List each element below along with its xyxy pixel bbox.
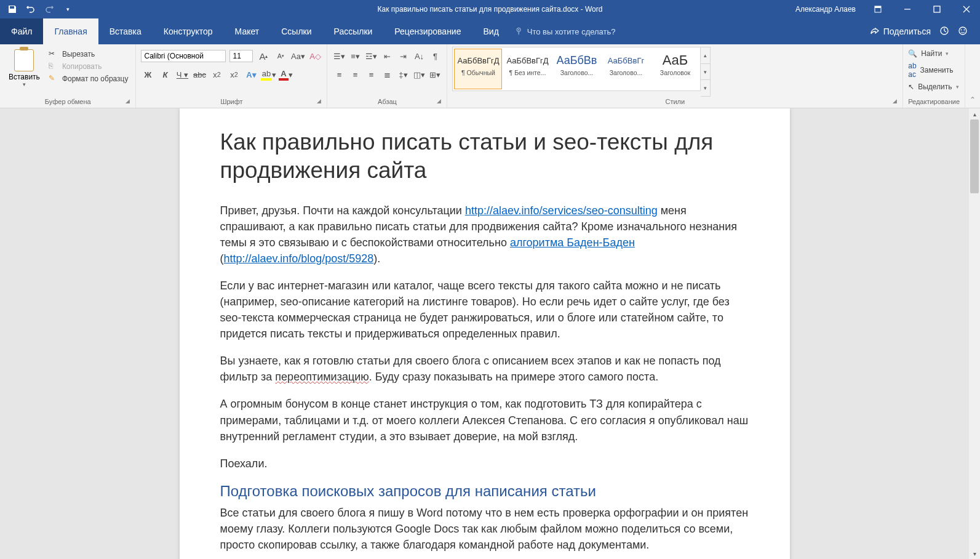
scroll-up-icon[interactable]: ▴	[969, 108, 980, 119]
numbering-button[interactable]: ≡▾	[348, 49, 362, 63]
strike-button[interactable]: abc	[193, 68, 206, 81]
group-paragraph: ☰▾ ≡▾ ☲▾ ⇤ ⇥ A↓ ¶ ≡ ≡ ≡ ≣ ‡▾ ◫▾ ⊞▾	[327, 44, 447, 108]
styles-launcher-icon[interactable]: ◢	[890, 98, 899, 107]
font-name-input[interactable]	[141, 50, 226, 62]
minimize-button[interactable]	[894, 0, 921, 18]
bold-button[interactable]: Ж	[141, 68, 154, 81]
bullets-button[interactable]: ☰▾	[332, 49, 346, 63]
gallery-expand-icon[interactable]: ▾	[701, 80, 710, 96]
format-painter-button[interactable]: ✎Формат по образцу	[49, 74, 129, 84]
shading-button[interactable]: ◫▾	[412, 68, 426, 81]
style-heading2[interactable]: АаБбВвГгЗаголово...	[602, 49, 650, 89]
vertical-scrollbar[interactable]: ▴ ▾	[969, 108, 980, 559]
tab-mailings[interactable]: Рассылки	[323, 18, 384, 44]
style-normal[interactable]: АаБбВвГгД¶ Обычный	[454, 49, 502, 89]
scroll-thumb[interactable]	[970, 119, 979, 193]
svg-point-7	[959, 27, 966, 34]
user-name[interactable]: Александр Алаев	[795, 5, 856, 14]
borders-button[interactable]: ⊞▾	[428, 68, 442, 81]
font-launcher-icon[interactable]: ◢	[314, 98, 323, 107]
doc-subheading: Подготовка поисковых запросов для написа…	[220, 483, 749, 500]
align-left-button[interactable]: ≡	[332, 68, 346, 81]
document-title: Как правильно писать статьи для продвиже…	[378, 5, 603, 14]
svg-point-8	[961, 29, 962, 30]
shrink-font-button[interactable]: A▾	[274, 49, 287, 63]
highlight-button[interactable]: ab▾	[261, 68, 275, 81]
align-right-button[interactable]: ≡	[364, 68, 378, 81]
tab-view[interactable]: Вид	[472, 18, 509, 44]
tab-home[interactable]: Главная	[43, 18, 98, 44]
group-clipboard-label: Буфер обмена	[45, 98, 91, 105]
share-button[interactable]: Поделиться	[870, 26, 931, 36]
paste-label: Вставить	[9, 73, 40, 81]
history-icon[interactable]	[939, 26, 949, 38]
cut-icon: ✂	[49, 49, 58, 59]
clipboard-launcher-icon[interactable]: ◢	[123, 98, 132, 107]
decrease-indent-button[interactable]: ⇤	[380, 49, 394, 63]
text-effects-button[interactable]: A▾	[244, 68, 258, 81]
paste-button[interactable]: Вставить ▾	[5, 47, 44, 97]
clear-format-button[interactable]: A◇	[308, 49, 322, 63]
tab-file[interactable]: Файл	[0, 18, 43, 44]
style-no-spacing[interactable]: АаБбВвГгД¶ Без инте...	[503, 49, 551, 89]
save-icon[interactable]	[7, 4, 17, 14]
multilevel-button[interactable]: ☲▾	[364, 49, 378, 63]
subscript-button[interactable]: x2	[210, 68, 223, 81]
grow-font-button[interactable]: A▴	[257, 49, 270, 63]
ribbon-display-icon[interactable]	[864, 0, 891, 18]
document-area: Как правильно писать статьи и seo-тексты…	[0, 108, 969, 559]
doc-link[interactable]: алгоритма Баден-Баден	[510, 236, 635, 249]
collapse-ribbon-icon[interactable]: ⌃	[965, 44, 980, 108]
gallery-down-icon[interactable]: ▾	[701, 64, 710, 81]
justify-button[interactable]: ≣	[380, 68, 394, 81]
tab-design[interactable]: Конструктор	[153, 18, 224, 44]
italic-button[interactable]: К	[158, 68, 172, 81]
qat-dropdown-icon[interactable]: ▾	[63, 4, 73, 14]
sort-button[interactable]: A↓	[412, 49, 426, 63]
copy-icon: ⎘	[49, 62, 58, 71]
underline-button[interactable]: Ч ▾	[175, 68, 189, 81]
ribbon: Вставить ▾ ✂Вырезать ⎘Копировать ✎Формат…	[0, 44, 980, 108]
style-heading1[interactable]: АаБбВвЗаголово...	[552, 49, 600, 89]
gallery-up-icon[interactable]: ▴	[701, 47, 710, 64]
page[interactable]: Как правильно писать статьи и seo-тексты…	[180, 108, 790, 559]
ribbon-tabs: Файл Главная Вставка Конструктор Макет С…	[0, 18, 980, 44]
group-editing-label: Редактирование	[908, 98, 960, 105]
doc-link[interactable]: http://alaev.info/blog/post/5928	[224, 252, 374, 265]
paragraph-launcher-icon[interactable]: ◢	[434, 98, 443, 107]
group-editing: 🔍Найти▾ abacЗаменить ↖Выделить▾ Редактир…	[903, 44, 965, 108]
feedback-icon[interactable]	[958, 26, 968, 38]
line-spacing-button[interactable]: ‡▾	[396, 68, 410, 81]
align-center-button[interactable]: ≡	[348, 68, 362, 81]
close-button[interactable]	[953, 0, 980, 18]
increase-indent-button[interactable]: ⇥	[396, 49, 410, 63]
font-size-input[interactable]	[229, 50, 253, 62]
copy-button[interactable]: ⎘Копировать	[49, 62, 129, 71]
paste-icon	[14, 49, 34, 71]
scroll-down-icon[interactable]: ▾	[969, 548, 980, 559]
group-paragraph-label: Абзац	[378, 98, 397, 105]
cut-button[interactable]: ✂Вырезать	[49, 49, 129, 59]
tab-layout[interactable]: Макет	[224, 18, 271, 44]
select-button[interactable]: ↖Выделить▾	[908, 82, 958, 91]
tab-insert[interactable]: Вставка	[98, 18, 153, 44]
show-marks-button[interactable]: ¶	[428, 49, 442, 63]
replace-button[interactable]: abacЗаменить	[908, 62, 958, 79]
group-clipboard: Вставить ▾ ✂Вырезать ⎘Копировать ✎Формат…	[0, 44, 136, 108]
tab-references[interactable]: Ссылки	[270, 18, 322, 44]
maximize-button[interactable]	[923, 0, 950, 18]
font-color-button[interactable]: A▾	[279, 68, 292, 81]
find-button[interactable]: 🔍Найти▾	[908, 49, 958, 58]
gallery-scroll: ▴ ▾ ▾	[701, 47, 711, 97]
redo-icon[interactable]	[44, 4, 54, 14]
doc-paragraph: Вы узнаете, как я готовлю статьи для сво…	[220, 353, 749, 385]
change-case-button[interactable]: Aa▾	[291, 49, 305, 63]
tell-me-search[interactable]: Что вы хотите сделать?	[515, 18, 616, 44]
tab-review[interactable]: Рецензирование	[383, 18, 472, 44]
style-title[interactable]: АаБЗаголовок	[651, 49, 699, 89]
doc-link[interactable]: http://alaev.info/services/seo-consultin…	[465, 204, 658, 217]
superscript-button[interactable]: x2	[227, 68, 241, 81]
undo-icon[interactable]	[26, 4, 36, 14]
styles-gallery: АаБбВвГгД¶ Обычный АаБбВвГгД¶ Без инте..…	[452, 47, 701, 91]
doc-heading: Как правильно писать статьи и seo-тексты…	[220, 128, 749, 185]
